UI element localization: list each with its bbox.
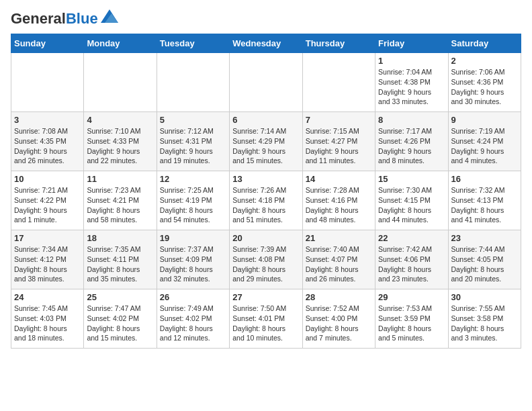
header: GeneralBlue [11, 11, 521, 27]
day-number: 14 [306, 174, 372, 184]
day-number: 24 [14, 292, 81, 302]
day-info: Sunrise: 7:14 AM Sunset: 4:29 PM Dayligh… [232, 126, 299, 166]
day-info: Sunrise: 7:47 AM Sunset: 4:02 PM Dayligh… [87, 304, 153, 343]
day-number: 17 [14, 233, 81, 243]
day-number: 21 [306, 233, 372, 243]
calendar-cell: 24Sunrise: 7:45 AM Sunset: 4:03 PM Dayli… [11, 289, 84, 349]
weekday-thursday: Thursday [302, 34, 375, 53]
day-number: 27 [232, 292, 299, 302]
day-number: 7 [306, 115, 372, 125]
day-number: 9 [451, 115, 518, 125]
day-info: Sunrise: 7:23 AM Sunset: 4:21 PM Dayligh… [87, 185, 153, 225]
calendar-table: SundayMondayTuesdayWednesdayThursdayFrid… [11, 34, 521, 349]
day-info: Sunrise: 7:55 AM Sunset: 3:58 PM Dayligh… [451, 304, 518, 343]
day-number: 29 [378, 292, 445, 302]
calendar-cell: 25Sunrise: 7:47 AM Sunset: 4:02 PM Dayli… [84, 289, 157, 349]
day-number: 23 [451, 233, 518, 243]
day-number: 26 [160, 292, 226, 302]
calendar-cell: 15Sunrise: 7:30 AM Sunset: 4:15 PM Dayli… [375, 171, 448, 230]
day-number: 18 [87, 233, 153, 243]
week-row-3: 10Sunrise: 7:21 AM Sunset: 4:22 PM Dayli… [11, 171, 521, 230]
day-info: Sunrise: 7:53 AM Sunset: 3:59 PM Dayligh… [378, 304, 445, 343]
calendar-cell: 8Sunrise: 7:17 AM Sunset: 4:26 PM Daylig… [375, 112, 448, 171]
day-number: 1 [378, 56, 445, 66]
day-info: Sunrise: 7:44 AM Sunset: 4:05 PM Dayligh… [451, 244, 518, 284]
day-number: 11 [87, 174, 153, 184]
calendar-cell: 28Sunrise: 7:52 AM Sunset: 4:00 PM Dayli… [302, 289, 375, 349]
calendar-cell: 9Sunrise: 7:19 AM Sunset: 4:24 PM Daylig… [448, 112, 521, 171]
calendar-cell: 3Sunrise: 7:08 AM Sunset: 4:35 PM Daylig… [11, 112, 84, 171]
calendar-cell: 18Sunrise: 7:35 AM Sunset: 4:11 PM Dayli… [84, 230, 157, 289]
week-row-2: 3Sunrise: 7:08 AM Sunset: 4:35 PM Daylig… [11, 112, 521, 171]
day-info: Sunrise: 7:12 AM Sunset: 4:31 PM Dayligh… [160, 126, 226, 166]
day-info: Sunrise: 7:06 AM Sunset: 4:36 PM Dayligh… [451, 67, 518, 107]
calendar-cell: 26Sunrise: 7:49 AM Sunset: 4:02 PM Dayli… [157, 289, 229, 349]
day-info: Sunrise: 7:30 AM Sunset: 4:15 PM Dayligh… [378, 185, 445, 225]
day-number: 28 [306, 292, 372, 302]
day-number: 8 [378, 115, 445, 125]
calendar-cell: 30Sunrise: 7:55 AM Sunset: 3:58 PM Dayli… [448, 289, 521, 349]
day-number: 25 [87, 292, 153, 302]
calendar-cell: 5Sunrise: 7:12 AM Sunset: 4:31 PM Daylig… [157, 112, 229, 171]
weekday-monday: Monday [84, 34, 157, 53]
day-info: Sunrise: 7:37 AM Sunset: 4:09 PM Dayligh… [160, 244, 226, 284]
calendar-cell: 1Sunrise: 7:04 AM Sunset: 4:38 PM Daylig… [375, 53, 448, 112]
calendar-cell: 12Sunrise: 7:25 AM Sunset: 4:19 PM Dayli… [157, 171, 229, 230]
day-info: Sunrise: 7:15 AM Sunset: 4:27 PM Dayligh… [306, 126, 372, 166]
weekday-friday: Friday [375, 34, 448, 53]
day-number: 12 [160, 174, 226, 184]
day-info: Sunrise: 7:39 AM Sunset: 4:08 PM Dayligh… [232, 244, 299, 284]
logo-icon [101, 9, 118, 23]
day-info: Sunrise: 7:34 AM Sunset: 4:12 PM Dayligh… [14, 244, 81, 284]
calendar-cell [11, 53, 84, 112]
calendar-cell: 17Sunrise: 7:34 AM Sunset: 4:12 PM Dayli… [11, 230, 84, 289]
calendar-cell: 20Sunrise: 7:39 AM Sunset: 4:08 PM Dayli… [230, 230, 302, 289]
day-number: 2 [451, 56, 518, 66]
calendar-cell: 11Sunrise: 7:23 AM Sunset: 4:21 PM Dayli… [84, 171, 157, 230]
calendar-cell: 6Sunrise: 7:14 AM Sunset: 4:29 PM Daylig… [230, 112, 302, 171]
calendar-cell: 16Sunrise: 7:32 AM Sunset: 4:13 PM Dayli… [448, 171, 521, 230]
day-number: 16 [451, 174, 518, 184]
day-number: 5 [160, 115, 226, 125]
day-info: Sunrise: 7:10 AM Sunset: 4:33 PM Dayligh… [87, 126, 153, 166]
day-info: Sunrise: 7:52 AM Sunset: 4:00 PM Dayligh… [306, 304, 372, 343]
calendar-cell: 7Sunrise: 7:15 AM Sunset: 4:27 PM Daylig… [302, 112, 375, 171]
day-info: Sunrise: 7:26 AM Sunset: 4:18 PM Dayligh… [232, 185, 299, 225]
calendar-cell: 4Sunrise: 7:10 AM Sunset: 4:33 PM Daylig… [84, 112, 157, 171]
calendar-cell: 22Sunrise: 7:42 AM Sunset: 4:06 PM Dayli… [375, 230, 448, 289]
day-info: Sunrise: 7:40 AM Sunset: 4:07 PM Dayligh… [306, 244, 372, 284]
calendar-cell [302, 53, 375, 112]
weekday-header-row: SundayMondayTuesdayWednesdayThursdayFrid… [11, 34, 521, 53]
week-row-1: 1Sunrise: 7:04 AM Sunset: 4:38 PM Daylig… [11, 53, 521, 112]
day-info: Sunrise: 7:32 AM Sunset: 4:13 PM Dayligh… [451, 185, 518, 225]
weekday-wednesday: Wednesday [230, 34, 302, 53]
weekday-saturday: Saturday [448, 34, 521, 53]
weekday-tuesday: Tuesday [157, 34, 229, 53]
day-info: Sunrise: 7:42 AM Sunset: 4:06 PM Dayligh… [378, 244, 445, 284]
week-row-4: 17Sunrise: 7:34 AM Sunset: 4:12 PM Dayli… [11, 230, 521, 289]
day-number: 20 [232, 233, 299, 243]
day-info: Sunrise: 7:35 AM Sunset: 4:11 PM Dayligh… [87, 244, 153, 284]
calendar-cell: 21Sunrise: 7:40 AM Sunset: 4:07 PM Dayli… [302, 230, 375, 289]
calendar-cell [84, 53, 157, 112]
logo-blue: Blue [66, 10, 98, 27]
day-number: 6 [232, 115, 299, 125]
day-number: 13 [232, 174, 299, 184]
day-info: Sunrise: 7:19 AM Sunset: 4:24 PM Dayligh… [451, 126, 518, 166]
calendar-cell: 2Sunrise: 7:06 AM Sunset: 4:36 PM Daylig… [448, 53, 521, 112]
week-row-5: 24Sunrise: 7:45 AM Sunset: 4:03 PM Dayli… [11, 289, 521, 349]
logo: GeneralBlue [11, 11, 118, 27]
calendar-cell: 10Sunrise: 7:21 AM Sunset: 4:22 PM Dayli… [11, 171, 84, 230]
calendar-body: 1Sunrise: 7:04 AM Sunset: 4:38 PM Daylig… [11, 53, 521, 349]
day-info: Sunrise: 7:25 AM Sunset: 4:19 PM Dayligh… [160, 185, 226, 225]
calendar-cell: 23Sunrise: 7:44 AM Sunset: 4:05 PM Dayli… [448, 230, 521, 289]
day-number: 4 [87, 115, 153, 125]
calendar-cell: 14Sunrise: 7:28 AM Sunset: 4:16 PM Dayli… [302, 171, 375, 230]
day-number: 22 [378, 233, 445, 243]
logo-general: General [11, 10, 66, 27]
calendar-cell: 27Sunrise: 7:50 AM Sunset: 4:01 PM Dayli… [230, 289, 302, 349]
calendar-cell: 13Sunrise: 7:26 AM Sunset: 4:18 PM Dayli… [230, 171, 302, 230]
calendar-cell [157, 53, 229, 112]
day-info: Sunrise: 7:08 AM Sunset: 4:35 PM Dayligh… [14, 126, 81, 166]
calendar-cell [230, 53, 302, 112]
